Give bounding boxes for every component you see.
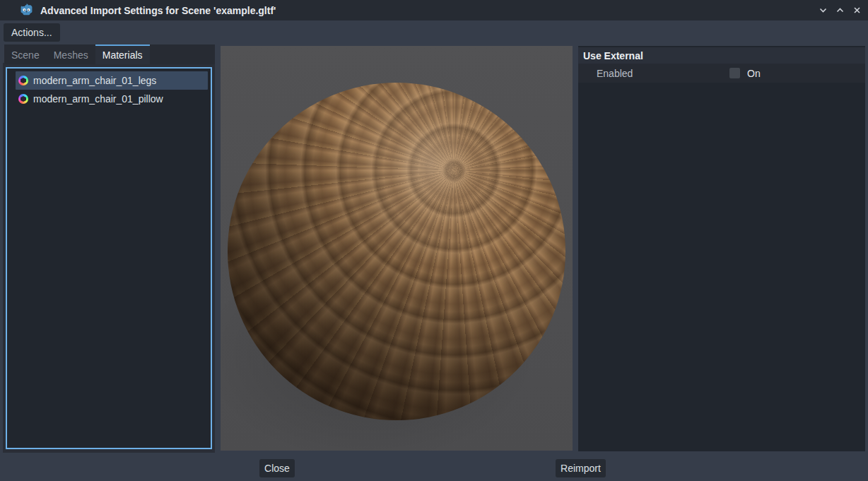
checkbox-state-label: On [747,68,761,79]
minimize-icon[interactable] [818,5,828,16]
material-orb-icon [18,76,28,85]
window-controls [818,0,862,20]
close-icon[interactable] [852,5,862,16]
preview-sphere [228,83,565,420]
enabled-checkbox[interactable] [729,68,740,78]
material-name: modern_arm_chair_01_pillow [33,93,163,105]
property-label: Enabled [597,68,633,79]
tab-meshes[interactable]: Meshes [47,44,95,64]
material-preview-viewport[interactable] [221,46,573,451]
dialog-title: Advanced Import Settings for Scene 'exam… [40,5,276,16]
list-item-material-legs[interactable]: modern_arm_chair_01_legs [16,71,208,90]
advanced-import-settings-dialog: Advanced Import Settings for Scene 'exam… [0,0,868,481]
inspector-section-use-external: Use External [578,47,865,64]
tab-bar: Scene Meshes Materials [4,44,215,64]
list-item-material-pillow[interactable]: modern_arm_chair_01_pillow [16,90,208,108]
reimport-button[interactable]: Reimport [556,459,606,477]
materials-list: modern_arm_chair_01_legs modern_arm_chai… [6,67,212,449]
tab-materials[interactable]: Materials [95,44,150,64]
godot-logo-icon [20,4,33,17]
actions-button[interactable]: Actions... [4,23,60,42]
close-button[interactable]: Close [259,459,295,477]
maximize-icon[interactable] [835,5,845,16]
menubar: Actions... [0,20,868,44]
property-row-enabled: Enabled On [578,64,865,83]
titlebar: Advanced Import Settings for Scene 'exam… [0,0,868,20]
property-editor: On [729,68,761,79]
material-name: modern_arm_chair_01_legs [33,75,156,86]
inspector-panel: Use External Enabled On [578,46,865,451]
material-orb-icon [18,94,28,104]
tab-scene[interactable]: Scene [4,44,47,64]
